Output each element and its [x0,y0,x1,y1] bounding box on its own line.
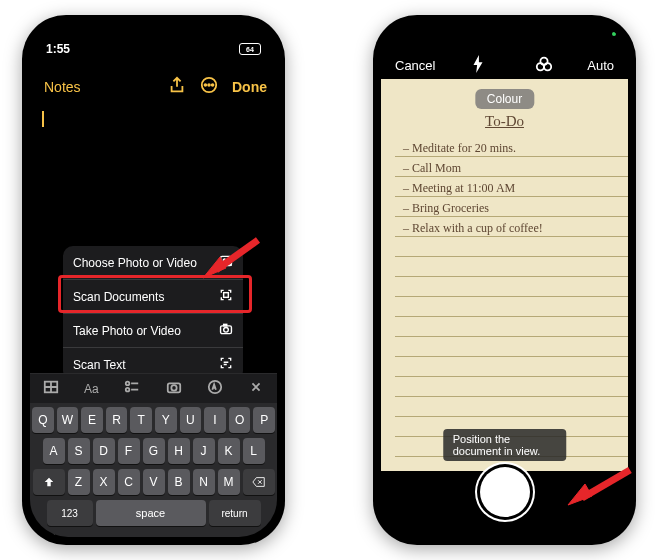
camera-toolbar-icon[interactable] [166,379,182,399]
key[interactable]: G [143,438,165,464]
numbers-key[interactable]: 123 [47,500,93,526]
note-editor[interactable] [30,105,277,133]
key[interactable]: I [204,407,226,433]
markup-icon[interactable] [207,379,223,399]
space-key[interactable]: space [96,500,206,526]
keyboard-row-2: A S D F G H J K L [32,438,275,464]
svg-point-29 [544,63,551,70]
cancel-button[interactable]: Cancel [395,58,435,73]
text-cursor [42,111,44,127]
key[interactable]: U [180,407,202,433]
svg-point-16 [126,382,130,386]
menu-item-label: Choose Photo or Video [73,256,197,270]
notes-nav-bar: Notes Done [30,69,277,105]
key[interactable]: B [168,469,190,495]
auto-button[interactable]: Auto [587,58,614,73]
key[interactable]: Z [68,469,90,495]
emoji-key[interactable] [44,533,60,537]
flash-icon[interactable] [469,55,487,76]
menu-item-label: Take Photo or Video [73,324,181,338]
menu-item-label: Scan Documents [73,290,164,304]
shift-key[interactable] [33,469,65,495]
format-aa-button[interactable]: Aa [84,382,99,396]
return-key[interactable]: return [209,500,261,526]
key[interactable]: W [57,407,79,433]
close-toolbar-icon[interactable] [248,379,264,399]
svg-point-7 [208,84,210,86]
checklist-icon[interactable] [124,379,140,399]
key[interactable]: Y [155,407,177,433]
scan-icon [219,288,233,305]
keyboard[interactable]: Q W E R T Y U I O P A S D F G H J K L [30,403,277,537]
backspace-key[interactable] [243,469,275,495]
text-scan-icon [219,356,233,373]
key[interactable]: A [43,438,65,464]
notch [114,29,194,51]
svg-rect-11 [224,293,229,298]
key[interactable]: J [193,438,215,464]
svg-point-13 [224,327,229,332]
svg-rect-14 [224,324,227,326]
mic-key[interactable] [247,533,263,537]
battery-icon: 64 [239,43,261,55]
key[interactable]: N [193,469,215,495]
key[interactable]: O [229,407,251,433]
svg-point-17 [126,388,130,392]
key[interactable]: S [68,438,90,464]
notepad-line: – Call Mom [403,158,606,178]
key[interactable]: L [243,438,265,464]
key[interactable]: M [218,469,240,495]
notepad-title: To-Do [403,113,606,130]
scanner-hint: Position the document in view. [443,429,567,461]
notepad-line: – Meditate for 20 mins. [403,138,606,158]
camera-icon [219,322,233,339]
notepad-line: – Meeting at 11:00 AM [403,178,606,198]
svg-point-8 [212,84,214,86]
notch [465,29,545,51]
scanner-viewfinder[interactable]: To-Do – Meditate for 20 mins. – Call Mom… [381,79,628,471]
notepad-line: – Relax with a cup of coffee! [403,218,606,238]
done-button[interactable]: Done [232,79,267,95]
key[interactable]: Q [32,407,54,433]
filter-icon[interactable] [535,55,553,76]
key[interactable]: H [168,438,190,464]
svg-point-21 [46,535,58,537]
more-icon[interactable] [200,76,218,98]
svg-point-19 [171,385,176,390]
key[interactable]: F [118,438,140,464]
menu-item-take-photo[interactable]: Take Photo or Video [63,314,243,348]
menu-item-label: Scan Text [73,358,125,372]
back-button[interactable]: Notes [40,79,81,95]
shutter-button[interactable] [480,467,530,517]
svg-point-6 [205,84,207,86]
keyboard-toolbar: Aa [30,373,277,404]
key[interactable]: E [81,407,103,433]
notepad-line: – Bring Groceries [403,198,606,218]
table-icon[interactable] [43,379,59,399]
camera-in-use-dot [612,32,616,36]
svg-marker-26 [203,257,226,278]
annotation-arrow-right [560,460,640,519]
key[interactable]: K [218,438,240,464]
svg-marker-31 [568,484,592,505]
keyboard-row-3: Z X C V B N M [32,469,275,495]
key[interactable]: T [130,407,152,433]
key[interactable]: D [93,438,115,464]
status-indicators [612,32,616,36]
share-icon[interactable] [168,76,186,98]
key[interactable]: X [93,469,115,495]
key[interactable]: R [106,407,128,433]
back-label: Notes [44,79,81,95]
key[interactable]: C [118,469,140,495]
key[interactable]: P [253,407,275,433]
key[interactable]: V [143,469,165,495]
status-time: 1:55 [46,42,70,56]
annotation-arrow-left [198,230,268,289]
svg-rect-24 [253,535,257,537]
svg-point-28 [537,63,544,70]
keyboard-row-4: 123 space return [32,500,275,526]
keyboard-row-1: Q W E R T Y U I O P [32,407,275,433]
